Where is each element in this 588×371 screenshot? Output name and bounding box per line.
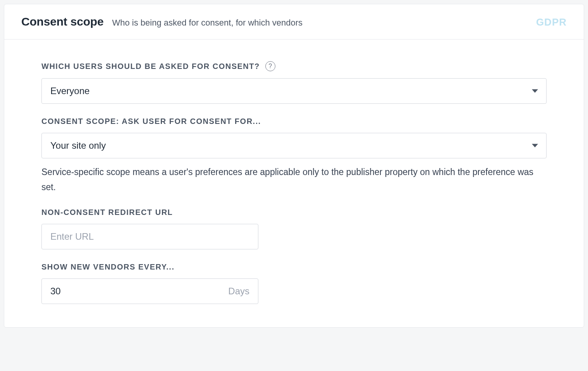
users-field-group: WHICH USERS SHOULD BE ASKED FOR CONSENT?… [41,61,547,104]
redirect-url-input[interactable] [41,224,258,249]
card-title: Consent scope [21,15,103,28]
scope-label-row: CONSENT SCOPE: ASK USER FOR CONSENT FOR.… [41,117,547,126]
users-select-value[interactable]: Everyone [41,78,547,104]
scope-field-group: CONSENT SCOPE: ASK USER FOR CONSENT FOR.… [41,117,547,195]
vendors-label-row: SHOW NEW VENDORS EVERY... [41,263,547,271]
users-select[interactable]: Everyone [41,78,547,104]
vendors-label: SHOW NEW VENDORS EVERY... [41,263,174,271]
scope-selected-text: Your site only [50,140,106,151]
redirect-label: NON-CONSENT REDIRECT URL [41,208,173,217]
users-label: WHICH USERS SHOULD BE ASKED FOR CONSENT? [41,62,260,71]
vendors-field-group: SHOW NEW VENDORS EVERY... Days [41,263,547,304]
consent-scope-card: Consent scope Who is being asked for con… [4,4,584,328]
help-icon[interactable]: ? [265,61,275,71]
scope-helper-text: Service-specific scope means a user's pr… [41,165,547,195]
vendors-unit: Days [228,286,249,297]
header-left: Consent scope Who is being asked for con… [21,15,303,28]
scope-label: CONSENT SCOPE: ASK USER FOR CONSENT FOR.… [41,117,261,126]
redirect-field-group: NON-CONSENT REDIRECT URL [41,208,547,249]
scope-select[interactable]: Your site only [41,133,547,158]
card-subtitle: Who is being asked for consent, for whic… [112,18,303,28]
card-body: WHICH USERS SHOULD BE ASKED FOR CONSENT?… [4,40,584,327]
gdpr-badge: GDPR [536,16,567,28]
users-label-row: WHICH USERS SHOULD BE ASKED FOR CONSENT?… [41,61,547,71]
users-selected-text: Everyone [50,86,89,96]
vendors-input-wrap: Days [41,278,258,304]
scope-select-value[interactable]: Your site only [41,133,547,158]
card-header: Consent scope Who is being asked for con… [4,4,584,40]
vendors-days-input[interactable] [42,279,228,304]
redirect-label-row: NON-CONSENT REDIRECT URL [41,208,547,217]
